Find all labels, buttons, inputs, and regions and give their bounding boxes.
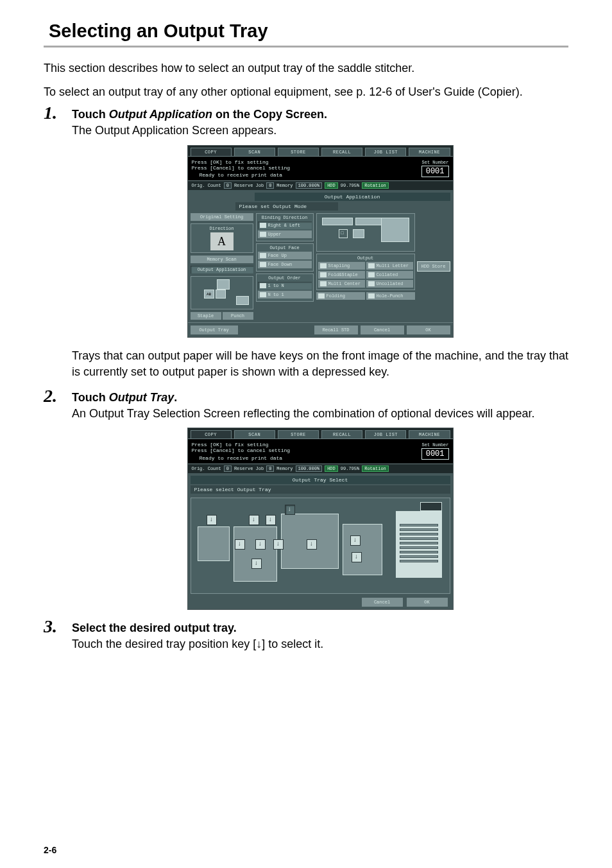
multi-center-button[interactable]: Multi Center bbox=[318, 280, 365, 288]
folding-icon bbox=[318, 293, 325, 299]
face-up-icon bbox=[260, 253, 266, 258]
order-1ton[interactable]: 1 to N bbox=[258, 282, 312, 290]
output-application-screen: COPY SCAN STORE RECALL JOB LIST MACHINE … bbox=[187, 145, 454, 338]
panel-subtitle: Please set Output Mode bbox=[235, 202, 338, 211]
tab-store[interactable]: STORE bbox=[278, 430, 319, 438]
tab-joblist[interactable]: JOB LIST bbox=[365, 148, 406, 156]
tray-position-key[interactable]: ↓ bbox=[251, 559, 262, 569]
intro-paragraph-1: This section describes how to select an … bbox=[44, 60, 568, 76]
output-application-button[interactable]: Output Application bbox=[191, 266, 253, 273]
tray-position-key[interactable]: ↓ bbox=[350, 535, 361, 546]
page-number: 2-6 bbox=[44, 845, 56, 855]
panel-title: Output Application bbox=[255, 193, 450, 201]
tray-position-key[interactable]: ↓ bbox=[255, 539, 266, 550]
tab-joblist[interactable]: JOB LIST bbox=[365, 430, 406, 438]
multi-letter-icon bbox=[368, 263, 375, 268]
step-2: 2. Touch Output Tray. An Output Tray Sel… bbox=[44, 391, 568, 610]
step-1: 1. Touch Output Application on the Copy … bbox=[44, 108, 568, 379]
tab-recall[interactable]: RECALL bbox=[321, 430, 362, 438]
tray-position-key[interactable]: ↓ bbox=[352, 552, 362, 562]
punch-button[interactable]: Punch bbox=[223, 312, 253, 320]
uncollated-button[interactable]: Uncollated bbox=[366, 280, 413, 288]
step-3: 3. Select the desired output tray. Touch… bbox=[44, 621, 568, 652]
direction-a-icon: A bbox=[210, 232, 234, 250]
order-nto1[interactable]: N to 1 bbox=[258, 291, 312, 299]
face-down[interactable]: Face Down bbox=[258, 261, 312, 268]
step-1-body-1: The Output Application Screen appears. bbox=[72, 123, 568, 138]
binding-right-left[interactable]: Right & Left bbox=[258, 221, 312, 229]
original-setting-button[interactable]: Original Setting bbox=[191, 213, 253, 221]
output-tray-select-screen: COPY SCAN STORE RECALL JOB LIST MACHINE … bbox=[187, 428, 454, 610]
staple-button[interactable]: Staple bbox=[191, 312, 221, 320]
output-tray-button[interactable]: Output Tray bbox=[191, 326, 238, 334]
ok-button[interactable]: OK bbox=[407, 326, 450, 334]
multi-letter-button[interactable]: Multi Letter bbox=[366, 262, 413, 270]
binding-upper[interactable]: Upper bbox=[258, 230, 312, 238]
tab-scan[interactable]: SCAN bbox=[234, 430, 275, 438]
step-2-title: Touch Output Tray. bbox=[72, 391, 568, 404]
tray-position-key[interactable]: ↓ bbox=[249, 515, 259, 525]
intro-paragraph-2: To select an output tray of any other op… bbox=[44, 84, 568, 100]
memory-scan-button[interactable]: Memory Scan bbox=[191, 256, 253, 263]
tray-select-title: Output Tray Select bbox=[191, 476, 450, 484]
folding-button[interactable]: Folding bbox=[316, 292, 365, 300]
header-message: Press [OK] to fix setting Press [Cancel]… bbox=[192, 159, 291, 178]
collated-icon bbox=[368, 272, 375, 277]
hole-punch-button[interactable]: Hole-Punch bbox=[366, 292, 415, 300]
set-number: Set Number 0001 bbox=[421, 442, 449, 460]
step-number: 2. bbox=[44, 386, 57, 406]
tray-position-key[interactable]: ↓ bbox=[273, 539, 284, 550]
binding-direction-group: Binding Direction Right & Left Upper bbox=[256, 213, 314, 241]
tab-machine[interactable]: MACHINE bbox=[409, 148, 450, 156]
step-2-body: An Output Tray Selection Screen reflecti… bbox=[72, 406, 568, 421]
multi-center-icon bbox=[320, 281, 327, 286]
page-title: Selecting an Output Tray bbox=[44, 9, 568, 48]
face-down-icon bbox=[260, 262, 266, 267]
output-order-group: Output Order 1 to N N to 1 bbox=[256, 273, 314, 302]
preview-thumb: AB bbox=[191, 276, 253, 309]
step-3-body: Touch the desired tray position key [↓] … bbox=[72, 636, 568, 652]
tray-ok-button[interactable]: OK bbox=[407, 598, 448, 607]
order-nto1-icon bbox=[260, 292, 266, 297]
tray-select-subtitle: Please select Output Tray bbox=[191, 485, 450, 494]
fold-staple-button[interactable]: Fold&Staple bbox=[318, 271, 365, 279]
tray-position-key[interactable]: ↓ bbox=[285, 505, 295, 515]
binding-icon bbox=[260, 223, 266, 228]
tray-machine-visualization: ↓ ↓ ↓ ↓ ↓ ↓ ↓ ↓ ↓ ↓ ↓ bbox=[191, 498, 450, 594]
cancel-button[interactable]: Cancel bbox=[361, 326, 404, 334]
tab-machine[interactable]: MACHINE bbox=[409, 430, 450, 438]
tray-position-key[interactable]: ↓ bbox=[207, 515, 217, 525]
tray-position-key[interactable]: ↓ bbox=[307, 539, 317, 550]
step-3-title: Select the desired output tray. bbox=[72, 621, 568, 635]
stapling-icon bbox=[320, 263, 327, 268]
header-message: Press [OK] to fix setting Press [Cancel]… bbox=[192, 442, 291, 461]
step-number: 3. bbox=[44, 616, 57, 637]
collated-button[interactable]: Collated bbox=[366, 271, 413, 279]
rotation-icon: Rotation bbox=[362, 465, 389, 472]
direction-panel: Direction A bbox=[191, 223, 253, 253]
stapling-button[interactable]: Stapling bbox=[318, 262, 365, 270]
uncollated-icon bbox=[368, 281, 375, 286]
step-1-body-2: Trays that can output paper will be have… bbox=[72, 348, 568, 379]
set-number: Set Number 0001 bbox=[421, 160, 449, 177]
fold-staple-icon bbox=[320, 272, 327, 277]
tray-position-key[interactable]: ↓ bbox=[266, 515, 276, 525]
tab-copy[interactable]: COPY bbox=[191, 148, 232, 156]
face-up[interactable]: Face Up bbox=[258, 252, 312, 259]
machine-visualization bbox=[316, 213, 415, 252]
tab-copy[interactable]: COPY bbox=[191, 430, 232, 438]
hdd-store-button[interactable]: HDD Store bbox=[417, 261, 450, 272]
step-number: 1. bbox=[44, 103, 57, 123]
tray-position-key[interactable]: ↓ bbox=[235, 539, 245, 550]
rotation-icon: Rotation bbox=[362, 182, 389, 189]
step-1-title: Touch Output Application on the Copy Scr… bbox=[72, 108, 568, 121]
tab-scan[interactable]: SCAN bbox=[234, 148, 275, 156]
recall-std-button[interactable]: Recall STD bbox=[314, 326, 358, 334]
output-group: Output Stapling Multi Letter Fold&Staple… bbox=[316, 254, 415, 290]
status-bar: Orig. Count 0 Reserve Job 0 Memory 100.0… bbox=[188, 464, 453, 473]
tab-store[interactable]: STORE bbox=[278, 148, 319, 156]
tab-recall[interactable]: RECALL bbox=[321, 148, 362, 156]
binding-upper-icon bbox=[260, 232, 266, 237]
hole-punch-icon bbox=[368, 293, 375, 299]
tray-cancel-button[interactable]: Cancel bbox=[362, 598, 403, 607]
